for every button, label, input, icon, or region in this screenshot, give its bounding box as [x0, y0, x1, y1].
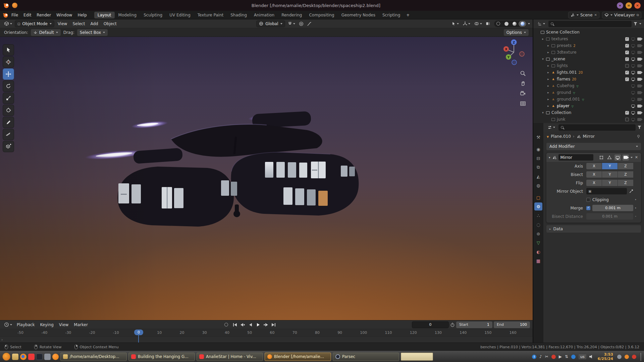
- overlays-dropdown[interactable]: [473, 21, 483, 26]
- disable-in-render-icon[interactable]: [637, 78, 641, 81]
- options-dropdown[interactable]: Options: [504, 29, 529, 36]
- viewport-menu[interactable]: Object: [102, 21, 119, 27]
- firefox-launcher-icon[interactable]: [20, 354, 26, 360]
- timeline-menu[interactable]: Playback: [15, 322, 37, 328]
- show-desktop-button[interactable]: [640, 352, 642, 361]
- workspace-tab[interactable]: Geometry Nodes: [338, 12, 379, 18]
- properties-tab[interactable]: ▢: [534, 193, 542, 201]
- scene-selector[interactable]: Scene ✕: [568, 12, 599, 18]
- timeline-menu[interactable]: View: [57, 322, 70, 328]
- timeline-channels[interactable]: ›: [0, 336, 533, 343]
- delete-modifier-button[interactable]: ✕: [634, 155, 639, 160]
- outliner-search-input[interactable]: [548, 21, 632, 27]
- outliner-editor-selector[interactable]: [536, 21, 546, 26]
- disable-in-render-icon[interactable]: [637, 71, 641, 74]
- disable-in-render-icon[interactable]: [637, 51, 641, 54]
- selectability-dropdown[interactable]: [450, 21, 460, 26]
- properties-tab[interactable]: ▽: [534, 239, 542, 247]
- notification-bell-icon[interactable]: [617, 355, 622, 359]
- rotate-tool[interactable]: [3, 80, 14, 92]
- hide-in-viewport-icon[interactable]: [631, 38, 635, 40]
- taskbar-window-button[interactable]: AnalieStar | Home - Viv...: [197, 353, 263, 361]
- bisect-distance-field[interactable]: 0.001 m: [586, 213, 633, 220]
- channels-expand-icon[interactable]: ›: [1, 338, 3, 342]
- add-modifier-button[interactable]: Add Modifier: [546, 142, 641, 150]
- outliner-row[interactable]: ▸ player: [533, 103, 644, 109]
- workspace-tab[interactable]: Modeling: [115, 12, 140, 18]
- disclosure-icon[interactable]: ▾: [541, 111, 545, 114]
- collection-exclude-checkbox[interactable]: [625, 37, 629, 41]
- disclosure-icon[interactable]: ▸: [546, 64, 550, 67]
- orientation-setting-dropdown[interactable]: Default: [31, 29, 61, 36]
- collection-exclude-checkbox[interactable]: [625, 71, 629, 74]
- transform-orientation-dropdown[interactable]: Global: [256, 20, 285, 27]
- info-tray-icon[interactable]: i: [532, 355, 536, 359]
- outliner-row[interactable]: junk: [533, 116, 644, 123]
- navigation-gizmo[interactable]: Z X Y: [500, 38, 528, 66]
- next-keyframe-button[interactable]: [262, 322, 269, 328]
- properties-tab[interactable]: ▦: [534, 257, 542, 265]
- properties-tab[interactable]: ◍: [534, 181, 542, 189]
- outliner-row[interactable]: ▸ ground.001: [533, 96, 644, 103]
- modifier-name-field[interactable]: Mirror: [558, 154, 593, 161]
- collection-exclude-checkbox[interactable]: [625, 64, 629, 68]
- outliner-row[interactable]: ▸ textures: [533, 36, 644, 42]
- jump-to-start-button[interactable]: [231, 322, 238, 328]
- timeline-menu[interactable]: Marker: [72, 322, 90, 328]
- falloff-curve-button[interactable]: [306, 21, 313, 26]
- disable-in-render-icon[interactable]: [637, 91, 641, 94]
- start-menu-button[interactable]: [2, 353, 10, 361]
- editor-launcher-icon[interactable]: [44, 354, 51, 360]
- auto-key-toggle[interactable]: [224, 323, 228, 326]
- disable-in-render-icon[interactable]: [637, 58, 641, 61]
- keyboard-layout-indicator[interactable]: us: [579, 354, 586, 359]
- gizmo-z-negative[interactable]: [512, 60, 517, 65]
- proportional-edit-toggle[interactable]: [298, 21, 305, 26]
- mirror-object-field[interactable]: [586, 188, 627, 194]
- topbar-menu[interactable]: Window: [54, 12, 75, 18]
- workspace-tab[interactable]: Layout: [94, 12, 115, 18]
- snapping-toggle[interactable]: [286, 21, 297, 26]
- modifier-panel-header[interactable]: ▾ Mirror: [546, 153, 641, 162]
- new-viewlayer-icon[interactable]: ⧉: [637, 13, 639, 17]
- breadcrumb-object[interactable]: Plane.010: [551, 134, 571, 139]
- zoom-icon[interactable]: [520, 70, 526, 76]
- viewport-menu[interactable]: View: [56, 21, 69, 27]
- workspace-tab[interactable]: Texture Paint: [194, 12, 227, 18]
- workspace-tab[interactable]: +: [404, 12, 412, 18]
- taskbar-window-button[interactable]: Building the Hanging G...: [128, 353, 195, 361]
- topbar-menu[interactable]: Help: [75, 12, 89, 18]
- show-in-render-toggle[interactable]: [623, 155, 629, 161]
- show-in-viewport-toggle[interactable]: [614, 155, 621, 161]
- bisect-toggle-button[interactable]: X: [586, 171, 602, 178]
- show-in-editmode-toggle[interactable]: [606, 155, 613, 161]
- disclosure-icon[interactable]: ▾: [541, 57, 545, 61]
- taskbar-clock[interactable]: 3:53 6/25/24: [597, 352, 614, 361]
- tweak-select-tool[interactable]: [3, 44, 14, 56]
- hide-in-viewport-icon[interactable]: [631, 105, 635, 107]
- network-tray-icon[interactable]: ⇅: [565, 355, 568, 359]
- collection-exclude-checkbox[interactable]: [625, 57, 629, 61]
- recording-tray-icon[interactable]: [551, 355, 556, 359]
- properties-search-input[interactable]: [558, 124, 636, 131]
- shading-options-chevron[interactable]: [528, 23, 530, 24]
- properties-tab[interactable]: ⧉: [534, 163, 542, 171]
- disclosure-icon[interactable]: ▸: [546, 98, 550, 101]
- disclosure-icon[interactable]: ▸: [541, 37, 545, 41]
- hide-in-viewport-icon[interactable]: [631, 78, 635, 80]
- pin-icon[interactable]: [636, 134, 641, 139]
- disable-in-render-icon[interactable]: [637, 111, 641, 114]
- play-tray-icon[interactable]: ▶: [559, 355, 562, 359]
- transform-tool[interactable]: [3, 105, 14, 116]
- flip-toggle-button[interactable]: Y: [602, 180, 618, 186]
- collection-exclude-checkbox[interactable]: [625, 77, 629, 81]
- outliner-row[interactable]: ▸ CubeFog: [533, 82, 644, 89]
- workspace-tab[interactable]: Shading: [227, 12, 250, 18]
- editor-type-selector[interactable]: [3, 21, 13, 26]
- properties-tab[interactable]: ⊟: [534, 154, 542, 162]
- outliner-row[interactable]: ▸ ground: [533, 89, 644, 96]
- playhead-marker[interactable]: 0: [134, 329, 143, 335]
- show-on-cage-toggle[interactable]: [598, 155, 605, 161]
- outliner-row[interactable]: ▸ presets 2: [533, 42, 644, 49]
- scale-tool[interactable]: [3, 93, 14, 104]
